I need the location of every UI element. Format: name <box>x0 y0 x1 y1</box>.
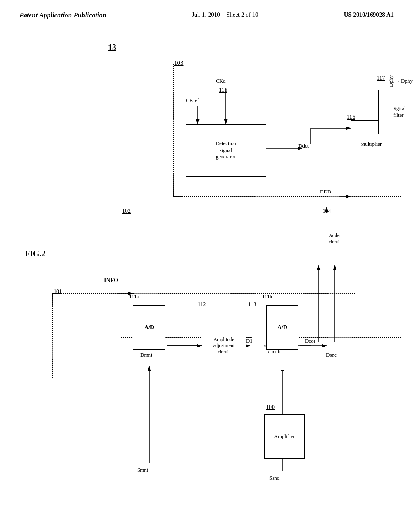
box-amplitude-adjustment: Amplitude adjustment circuit <box>202 322 246 370</box>
ref-115: 115 <box>219 87 227 94</box>
box-amplifier: Amplifier <box>264 414 305 459</box>
signal-ddd: DDD <box>320 189 331 195</box>
ref-102: 102 <box>122 208 131 214</box>
diagram-area: FIG.2 13 103 115 117 116 102 112 113 114… <box>0 27 413 511</box>
box-ad-111b: A/D <box>266 305 298 350</box>
ref-113: 113 <box>248 301 256 308</box>
box-detection-signal-gen: Detection signal generaror <box>186 124 266 177</box>
signal-dsnc: Dsnc <box>326 352 337 358</box>
figure-label: FIG.2 <box>25 249 46 258</box>
signal-ckd: CKd <box>216 78 226 84</box>
signal-ckref: CKref <box>186 97 199 104</box>
patent-number: US 2010/169028 A1 <box>344 11 394 18</box>
ref-13: 13 <box>108 43 116 52</box>
ref-111b: 111b <box>262 293 272 300</box>
publication-title: Patent Application Publication <box>19 11 106 19</box>
sheet-info: Sheet 2 of 10 <box>226 11 259 18</box>
signal-dcor: Dcor <box>305 338 315 344</box>
ref-111a: 111a <box>129 293 139 300</box>
signal-info: INFO <box>104 277 118 284</box>
ref-103: 103 <box>174 60 184 66</box>
signal-dmnt: Dmnt <box>140 352 152 358</box>
signal-smnt: Smnt <box>137 467 148 473</box>
signal-ddet: Ddet <box>298 143 309 149</box>
box-digital-filter: Digital filter <box>378 90 413 134</box>
ref-101: 101 <box>54 289 62 295</box>
box-adder-circuit: Adder circuit <box>315 213 355 265</box>
page-header: Patent Application Publication Jul. 1, 2… <box>0 0 413 23</box>
ref-112: 112 <box>198 301 206 308</box>
signal-ssnc: Ssnc <box>269 475 280 481</box>
signal-dphy: Dphy <box>388 75 394 87</box>
header-center: Jul. 1, 2010 Sheet 2 of 10 <box>192 11 259 18</box>
dphy-arrow-label: → Dphy <box>395 78 413 84</box>
ref-100: 100 <box>266 404 275 411</box>
ref-117: 117 <box>377 75 385 81</box>
ref-116: 116 <box>347 114 355 121</box>
publication-date: Jul. 1, 2010 <box>192 11 220 18</box>
box-ad-111a: A/D <box>133 305 165 350</box>
